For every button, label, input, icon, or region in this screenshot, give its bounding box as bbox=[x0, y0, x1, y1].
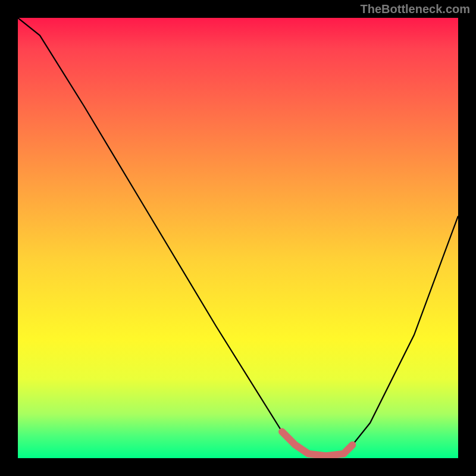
optimal-band-path bbox=[282, 432, 352, 456]
bottleneck-curve-path bbox=[18, 18, 458, 456]
watermark-text: TheBottleneck.com bbox=[361, 2, 470, 16]
chart-svg bbox=[18, 18, 458, 458]
